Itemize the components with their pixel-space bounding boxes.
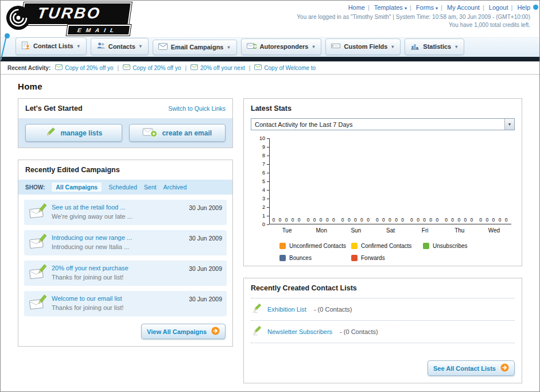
- tab-custom-fields[interactable]: Custom Fields ▾: [325, 38, 401, 55]
- legend-item: Unconfirmed Contacts: [279, 243, 351, 249]
- recent-campaigns-title: Recently Edited Campaigns: [25, 166, 120, 174]
- manage-lists-button[interactable]: manage lists: [25, 124, 122, 142]
- chart-x-label: Sun: [339, 227, 373, 234]
- recent-activity-item[interactable]: Copy of 20% off yo: [123, 64, 181, 71]
- link-logout[interactable]: Logout: [489, 4, 508, 11]
- campaign-date: 30 Jun 2009: [189, 265, 222, 272]
- main-nav: Contact Lists ▾ Contacts ▾ Email Campaig…: [1, 37, 539, 57]
- tab-statistics[interactable]: Statistics ▾: [405, 38, 464, 55]
- campaign-row[interactable]: Introducing our new range ... Introducin…: [24, 230, 227, 255]
- envelope-icon: [254, 64, 262, 71]
- separator: |: [441, 4, 442, 11]
- recent-activity-item[interactable]: 20% off your next: [191, 64, 245, 71]
- contact-list-link[interactable]: Exhibition List: [267, 306, 306, 313]
- campaign-row[interactable]: Welcome to our email list Thanks for joi…: [24, 291, 227, 316]
- campaign-date: 30 Jun 2009: [189, 235, 222, 242]
- chart-value-labels: 0 0 0 0 0: [442, 217, 477, 223]
- campaign-title-link[interactable]: Welcome to our email list: [52, 295, 184, 302]
- envelope-plus-icon: [142, 126, 157, 139]
- recent-contact-lists-title: Recently Created Contact Lists: [251, 284, 357, 292]
- logo-text: TURBO EMAIL: [22, 2, 130, 36]
- email-campaigns-icon: [158, 43, 168, 51]
- pencil-icon: [45, 127, 56, 139]
- header-right: Home| Templates ▾| Forms ▾| My Account| …: [297, 4, 530, 28]
- recent-activity-item[interactable]: Copy of Welcome to: [254, 64, 316, 71]
- contact-list-link[interactable]: Newsletter Subscribers: [267, 328, 332, 335]
- campaign-title-link[interactable]: 20% off your next purchase: [52, 265, 184, 271]
- chart-x-label: Sat: [373, 227, 407, 234]
- tab-label: Custom Fields: [344, 43, 387, 50]
- autoresponders-icon: [247, 42, 257, 51]
- chevron-down-icon: ▾: [77, 44, 80, 49]
- link-help[interactable]: Help: [517, 4, 530, 11]
- app-logo[interactable]: TURBO EMAIL: [5, 2, 130, 36]
- campaign-title-link[interactable]: See us at the retail food ...: [52, 204, 184, 211]
- show-label: SHOW:: [25, 184, 45, 191]
- legend-swatch: [351, 255, 358, 261]
- stats-period-select[interactable]: Contact Activity for the Last 7 Days ▼: [251, 118, 515, 130]
- recent-activity-label: Recent Activity:: [7, 65, 50, 71]
- chart-value-labels: 0 0 0 0 0: [477, 217, 511, 223]
- contact-list-row[interactable]: Newsletter Subscribers - (0 Contacts): [251, 321, 515, 343]
- recent-activity-link[interactable]: Copy of 20% off yo: [65, 65, 113, 71]
- envelope-pencil-icon: [29, 264, 47, 282]
- chart-plot-area: 0 0 0 0 00 0 0 0 00 0 0 0 00 0 0 0 00 0 …: [269, 138, 511, 224]
- chart-value-labels: 0 0 0 0 0: [373, 217, 407, 223]
- contacts-icon: [96, 41, 105, 51]
- envelope-pencil-icon: [29, 203, 47, 222]
- contact-list-count: - (0 Contacts): [314, 306, 352, 313]
- campaign-date: 30 Jun 2009: [189, 204, 222, 211]
- chart-legend: Unconfirmed ContactsConfirmed ContactsUn…: [279, 243, 509, 261]
- tab-email-campaigns[interactable]: Email Campaigns ▾: [153, 40, 237, 55]
- switch-to-quick-links[interactable]: Switch to Quick Links: [168, 105, 226, 112]
- chevron-down-icon: ▾: [227, 45, 230, 50]
- filter-scheduled[interactable]: Scheduled: [108, 184, 137, 191]
- create-email-button[interactable]: create an email: [129, 124, 226, 142]
- chevron-down-icon: ▾: [139, 44, 142, 49]
- chart-value-labels: 0 0 0 0 0: [339, 217, 373, 223]
- separator: |: [368, 4, 370, 11]
- recent-contact-lists-panel: Recently Created Contact Lists Exhibitio…: [243, 278, 522, 383]
- link-templates[interactable]: Templates ▾: [374, 4, 407, 11]
- credits-info: You have 1,000 total credits left.: [297, 22, 530, 28]
- campaign-title-link[interactable]: Introducing our new range ...: [52, 234, 184, 241]
- stats-chart: 109876543210 0 0 0 0 00 0 0 0 00 0 0 0 0…: [254, 138, 511, 261]
- contact-list-row[interactable]: Exhibition List - (0 Contacts): [251, 298, 515, 321]
- campaign-row[interactable]: 20% off your next purchase Thanks for jo…: [24, 261, 227, 286]
- get-started-body: manage lists create an email: [18, 118, 232, 148]
- legend-label: Forwards: [361, 255, 385, 261]
- tab-contact-lists[interactable]: Contact Lists ▾: [15, 37, 87, 55]
- campaign-subtitle: Introducing our new Italia ...: [52, 243, 184, 250]
- logo-email-text: EMAIL: [67, 25, 131, 36]
- chart-value-labels: 0 0 0 0 0: [304, 217, 339, 223]
- statistics-icon: [410, 42, 419, 51]
- recent-activity-link[interactable]: 20% off your next: [200, 65, 245, 71]
- arrow-right-icon: [500, 363, 509, 373]
- separator: |: [511, 4, 512, 11]
- filter-sent[interactable]: Sent: [144, 184, 157, 191]
- campaign-row[interactable]: See us at the retail food ... We're givi…: [24, 200, 227, 225]
- chart-value-labels: 0 0 0 0 0: [270, 217, 304, 223]
- link-home[interactable]: Home: [348, 4, 365, 11]
- contact-lists-icon: [21, 41, 30, 51]
- link-forms[interactable]: Forms ▾: [416, 4, 438, 11]
- chevron-down-icon: ▾: [455, 44, 457, 49]
- filter-archived[interactable]: Archived: [163, 184, 187, 191]
- recent-activity-item[interactable]: Copy of 20% off yo: [55, 64, 113, 71]
- chart-x-label: Tue: [270, 227, 304, 234]
- campaign-filter-bar: SHOW: All Campaigns Scheduled Sent Archi…: [18, 180, 232, 195]
- view-all-campaigns-button[interactable]: View All Campaigns: [141, 324, 226, 339]
- tab-autoresponders[interactable]: Autoresponders ▾: [241, 38, 322, 55]
- link-my-account[interactable]: My Account: [447, 4, 480, 11]
- tab-contacts[interactable]: Contacts ▾: [91, 38, 149, 55]
- top-links: Home| Templates ▾| Forms ▾| My Account| …: [297, 4, 530, 11]
- campaign-texts: Introducing our new range ... Introducin…: [52, 234, 184, 250]
- recent-activity-link[interactable]: Copy of Welcome to: [264, 65, 316, 71]
- tab-label: Contacts: [108, 43, 135, 50]
- recent-activity-link[interactable]: Copy of 20% off yo: [133, 65, 181, 71]
- see-all-contact-lists-button[interactable]: See All Contact Lists: [428, 360, 515, 376]
- filter-all-campaigns[interactable]: All Campaigns: [52, 183, 102, 192]
- logo-swirl-icon: [5, 5, 32, 31]
- chevron-down-icon: ▼: [504, 119, 514, 130]
- chart-x-label: Wed: [477, 227, 511, 234]
